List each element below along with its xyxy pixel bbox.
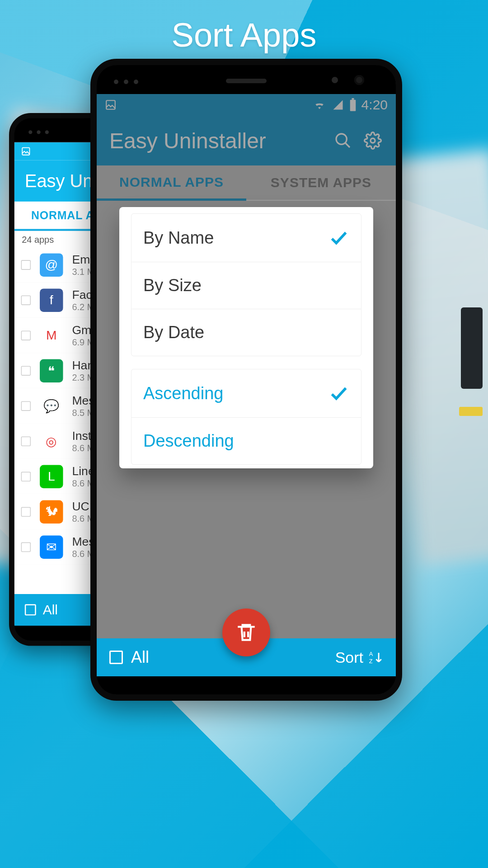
sort-option[interactable]: By Size — [131, 262, 361, 309]
check-icon — [328, 383, 349, 404]
image-icon — [21, 146, 31, 156]
checkbox-icon[interactable] — [21, 542, 31, 552]
checkbox-icon[interactable] — [21, 507, 31, 517]
sort-dialog: By NameBy SizeBy Date AscendingDescendin… — [119, 207, 373, 468]
app-icon: f — [40, 288, 63, 311]
sort-option[interactable]: By Name — [131, 214, 361, 262]
checkbox-icon[interactable] — [21, 472, 31, 481]
sort-by-group: By NameBy SizeBy Date — [131, 213, 361, 356]
svg-text:A: A — [369, 651, 373, 657]
option-label: Ascending — [143, 384, 223, 403]
checkbox-icon[interactable] — [21, 260, 31, 270]
svg-text:Z: Z — [369, 658, 373, 665]
sort-option[interactable]: By Date — [131, 309, 361, 356]
order-option[interactable]: Descending — [131, 417, 361, 464]
checkbox-icon[interactable] — [21, 366, 31, 376]
checkbox-icon — [109, 651, 123, 664]
trash-icon — [235, 621, 258, 644]
check-icon — [328, 227, 349, 248]
option-label: By Date — [143, 323, 204, 342]
option-label: By Size — [143, 276, 202, 295]
app-icon: @ — [40, 253, 63, 276]
order-option[interactable]: Ascending — [131, 369, 361, 417]
checkbox-icon[interactable] — [21, 401, 31, 411]
select-all[interactable]: All — [109, 648, 149, 667]
app-icon: 💬 — [40, 394, 63, 417]
select-all[interactable]: All — [25, 602, 58, 618]
promo-title: Sort Apps — [0, 16, 488, 54]
sort-button[interactable]: Sort AZ — [335, 649, 383, 666]
option-label: By Name — [143, 228, 214, 248]
select-all-label: All — [131, 648, 149, 667]
sort-order-group: AscendingDescending — [131, 369, 361, 465]
checkbox-icon[interactable] — [21, 295, 31, 305]
app-icon: 🐿 — [40, 500, 63, 523]
app-icon: M — [40, 324, 63, 347]
sort-az-icon: AZ — [368, 650, 383, 665]
checkbox-icon — [25, 604, 36, 615]
sort-label: Sort — [335, 649, 363, 666]
phone-mock-front: 4:20 Easy Uninstaller NORMAL APPS SYSTEM… — [90, 59, 402, 701]
app-icon: ✉ — [40, 535, 63, 558]
app-icon: ◎ — [40, 429, 63, 453]
checkbox-icon[interactable] — [21, 330, 31, 340]
option-label: Descending — [143, 431, 234, 451]
checkbox-icon[interactable] — [21, 436, 31, 446]
svg-rect-0 — [22, 148, 29, 155]
app-icon: ❝ — [40, 359, 63, 382]
select-all-label: All — [43, 602, 58, 618]
app-icon: L — [40, 465, 63, 488]
uninstall-fab[interactable] — [222, 609, 270, 656]
